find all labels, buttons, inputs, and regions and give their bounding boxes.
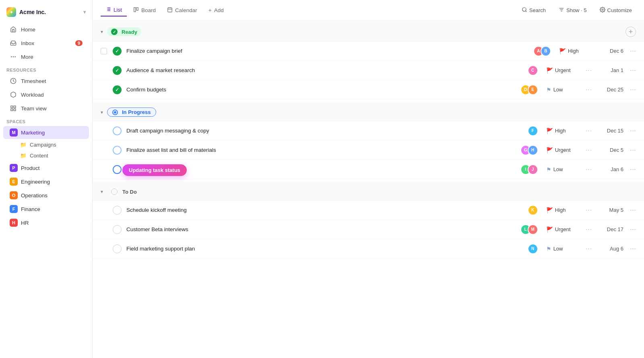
app-name: Acme Inc.	[19, 9, 46, 15]
sidebar-item-finance[interactable]: F Finance	[3, 203, 89, 215]
sidebar-item-teamview[interactable]: Team view	[3, 102, 89, 115]
sidebar-item-label: Marketing	[21, 130, 45, 136]
search-icon	[522, 7, 527, 14]
task-priority: 🚩 High	[546, 207, 582, 213]
task-status-in-progress[interactable]	[113, 146, 122, 155]
task-priority: ⚑ Low	[546, 246, 582, 252]
add-task-ready-button[interactable]: +	[625, 27, 636, 37]
task-checkbox[interactable]	[101, 48, 107, 54]
customize-button[interactable]: Customize	[596, 5, 636, 16]
task-priority: ⚑ Low	[546, 166, 582, 173]
tab-add[interactable]: + Add	[204, 5, 229, 16]
task-status-done[interactable]: ✓	[113, 85, 122, 94]
task-status-in-progress[interactable]	[113, 126, 122, 135]
sidebar-item-hr[interactable]: H HR	[3, 216, 89, 229]
dots-icon: ···	[586, 245, 592, 252]
task-more-menu[interactable]: ···	[630, 47, 636, 55]
task-status-done[interactable]: ✓	[113, 47, 122, 56]
main-content: List Board Calendar + Add Search	[93, 0, 644, 358]
dots-icon: ···	[586, 166, 592, 173]
task-name: Finalize asset list and bill of material…	[126, 147, 520, 153]
task-avatars: I J	[520, 164, 538, 175]
task-more-menu[interactable]: ···	[630, 165, 636, 174]
sidebar-item-product[interactable]: P Product	[3, 161, 89, 174]
sidebar-item-engineering[interactable]: E Engineering	[3, 175, 89, 188]
sidebar-subitem-content[interactable]: 📁 Content	[3, 151, 89, 161]
svg-point-1	[15, 56, 15, 57]
workload-icon	[10, 91, 17, 98]
task-more-menu[interactable]: ···	[630, 225, 636, 234]
status-empty-icon	[113, 225, 122, 234]
sidebar-item-label: Inbox	[21, 40, 34, 46]
sidebar-item-timesheet[interactable]: Timesheet	[3, 74, 89, 87]
task-status-in-progress[interactable]: Updating task status	[113, 165, 122, 174]
app-header[interactable]: ✦ Acme Inc. ▾	[0, 5, 92, 23]
flag-urgent-icon: 🚩	[546, 226, 553, 233]
list-icon	[105, 6, 111, 13]
task-avatars: A B	[533, 46, 551, 56]
group-label-in-progress: In Progress	[107, 108, 156, 117]
show-button[interactable]: Show · 5	[555, 5, 591, 16]
priority-label: Low	[553, 246, 563, 252]
sidebar-item-label: Timesheet	[21, 78, 46, 84]
tab-label: Add	[214, 7, 224, 13]
finance-badge: F	[10, 205, 18, 213]
task-avatars: D E	[520, 85, 538, 95]
operations-badge: O	[10, 191, 18, 199]
group-toggle-ready[interactable]: ▾	[101, 29, 103, 35]
task-row: Draft campaign messaging & copy F 🚩 High…	[93, 121, 644, 141]
svg-rect-15	[136, 8, 138, 10]
task-status-empty[interactable]	[113, 244, 122, 253]
group-toggle-to-do[interactable]: ▾	[101, 189, 103, 195]
sidebar-item-operations[interactable]: O Operations	[3, 189, 89, 202]
tab-calendar[interactable]: Calendar	[162, 4, 202, 16]
status-circle-icon	[113, 165, 122, 174]
task-avatars: F	[528, 126, 538, 136]
flag-low-icon: ⚑	[546, 166, 551, 173]
home-icon	[10, 26, 17, 33]
svg-rect-14	[134, 8, 136, 12]
search-label: Search	[529, 7, 546, 13]
sidebar-subitem-label: Content	[30, 153, 48, 159]
task-list-area[interactable]: ▾ ✓ Ready + ✓ Finalize campaign brief A …	[93, 21, 644, 358]
dots-icon: ···	[586, 226, 592, 233]
task-status-done[interactable]: ✓	[113, 66, 122, 75]
task-more-menu[interactable]: ···	[630, 126, 636, 135]
svg-point-20	[522, 8, 526, 11]
sidebar-item-label: Finance	[21, 206, 40, 212]
status-circle-icon	[113, 146, 122, 155]
priority-label: Urgent	[555, 147, 571, 153]
spaces-section-label: Spaces	[0, 115, 92, 126]
sidebar-item-more[interactable]: More	[3, 50, 89, 63]
priority-label: Urgent	[555, 226, 571, 232]
search-button[interactable]: Search	[518, 5, 550, 16]
status-done-icon: ✓	[113, 66, 122, 75]
task-more-menu[interactable]: ···	[630, 244, 636, 253]
task-more-menu[interactable]: ···	[630, 85, 636, 94]
sidebar-item-home[interactable]: Home	[3, 23, 89, 36]
avatar: M	[528, 224, 538, 235]
tab-board[interactable]: Board	[128, 4, 161, 16]
dots-icon: ···	[586, 147, 592, 154]
clock-icon	[10, 77, 17, 85]
priority-label: Low	[553, 87, 563, 93]
task-avatars: C	[528, 65, 538, 76]
task-more-menu[interactable]: ···	[630, 206, 636, 214]
sidebar-item-label: Engineering	[21, 179, 50, 185]
task-status-empty[interactable]	[113, 225, 122, 234]
task-status-empty[interactable]	[113, 206, 122, 215]
flag-high-icon: 🚩	[559, 48, 566, 54]
sidebar-item-marketing[interactable]: M Marketing	[3, 126, 89, 139]
sidebar-item-inbox[interactable]: Inbox 9	[3, 37, 89, 50]
board-icon	[133, 7, 139, 14]
svg-rect-7	[11, 109, 13, 111]
task-more-menu[interactable]: ···	[630, 146, 636, 154]
sidebar-item-workload[interactable]: Workload	[3, 88, 89, 101]
task-row: Customer Beta interviews L M 🚩 Urgent ··…	[93, 220, 644, 239]
tab-list[interactable]: List	[101, 4, 127, 17]
avatar: H	[528, 145, 538, 155]
sidebar-subitem-campaigns[interactable]: 📁 Campaigns	[3, 140, 89, 150]
task-more-menu[interactable]: ···	[630, 66, 636, 74]
group-toggle-in-progress[interactable]: ▾	[101, 110, 103, 115]
task-row: ✓ Confirm budgets D E ⚑ Low ··· Dec 25 ·…	[93, 80, 644, 99]
